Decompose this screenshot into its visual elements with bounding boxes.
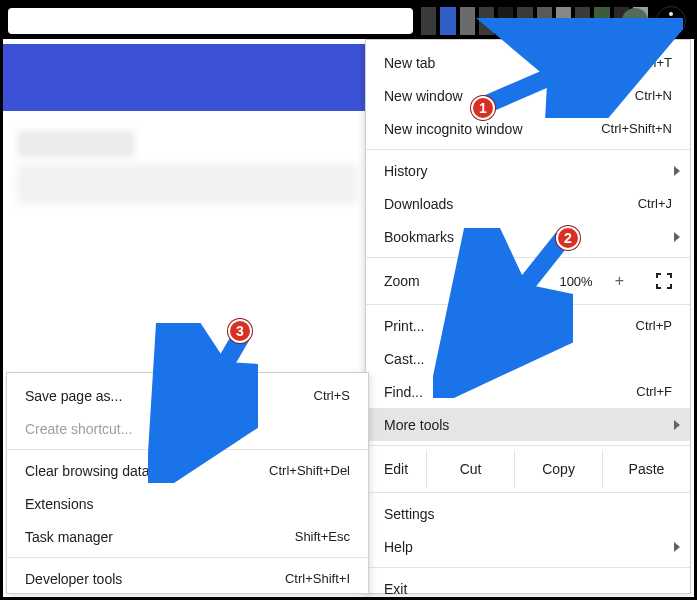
page-header-blur	[3, 44, 368, 111]
menu-label: Create shortcut...	[25, 421, 350, 437]
copy-button[interactable]: Copy	[514, 450, 602, 488]
menu-separator	[366, 257, 690, 258]
menu-label: Extensions	[25, 496, 350, 512]
menu-separator	[366, 149, 690, 150]
menu-shortcut: Ctrl+F	[636, 384, 672, 399]
menu-separator	[366, 445, 690, 446]
menu-shortcut: Ctrl+N	[635, 88, 672, 103]
menu-label: History	[384, 163, 672, 179]
menu-item-edit-row: Edit Cut Copy Paste	[366, 450, 690, 488]
menu-item-settings[interactable]: Settings	[366, 497, 690, 530]
submenu-item-developer-tools[interactable]: Developer tools Ctrl+Shift+I	[7, 562, 368, 595]
edit-label: Edit	[366, 450, 426, 488]
menu-item-exit[interactable]: Exit	[366, 572, 690, 600]
more-tools-submenu: Save page as... Ctrl+S Create shortcut..…	[6, 372, 369, 594]
menu-shortcut: Ctrl+S	[314, 388, 350, 403]
menu-label: Task manager	[25, 529, 295, 545]
chevron-right-icon	[674, 166, 680, 176]
menu-separator	[366, 304, 690, 305]
zoom-out-button[interactable]: −	[524, 272, 541, 290]
page-content-blur-line	[17, 131, 135, 157]
menu-label: Downloads	[384, 196, 638, 212]
menu-shortcut: Shift+Esc	[295, 529, 350, 544]
menu-label: Exit	[384, 581, 672, 597]
menu-item-cast[interactable]: Cast...	[366, 342, 690, 375]
page-content-blur-line	[17, 164, 357, 204]
menu-label: Cast...	[384, 351, 672, 367]
toolbar-extensions-pixelated	[421, 7, 648, 35]
menu-item-find[interactable]: Find... Ctrl+F	[366, 375, 690, 408]
chevron-right-icon	[674, 542, 680, 552]
menu-shortcut: Ctrl+Shift+I	[285, 571, 350, 586]
chevron-right-icon	[674, 420, 680, 430]
cut-button[interactable]: Cut	[426, 450, 514, 488]
menu-shortcut: Ctrl+Shift+Del	[269, 463, 350, 478]
menu-item-downloads[interactable]: Downloads Ctrl+J	[366, 187, 690, 220]
profile-avatar[interactable]	[622, 8, 648, 34]
menu-item-incognito[interactable]: New incognito window Ctrl+Shift+N	[366, 112, 690, 145]
zoom-label: Zoom	[384, 273, 506, 289]
menu-separator	[7, 449, 368, 450]
menu-label: Print...	[384, 318, 636, 334]
screenshot-frame: New tab Ctrl+T New window Ctrl+N New inc…	[0, 0, 697, 600]
menu-label: Developer tools	[25, 571, 285, 587]
menu-item-history[interactable]: History	[366, 154, 690, 187]
submenu-item-save-page[interactable]: Save page as... Ctrl+S	[7, 379, 368, 412]
menu-separator	[366, 567, 690, 568]
browser-toolbar	[3, 3, 694, 39]
kebab-menu-icon[interactable]	[656, 6, 686, 36]
menu-shortcut: Ctrl+T	[636, 55, 672, 70]
menu-label: More tools	[384, 417, 672, 433]
menu-shortcut: Ctrl+P	[636, 318, 672, 333]
menu-item-print[interactable]: Print... Ctrl+P	[366, 309, 690, 342]
chevron-right-icon	[674, 232, 680, 242]
menu-item-new-window[interactable]: New window Ctrl+N	[366, 79, 690, 112]
menu-label: New incognito window	[384, 121, 601, 137]
submenu-item-clear-browsing-data[interactable]: Clear browsing data... Ctrl+Shift+Del	[7, 454, 368, 487]
menu-label: Settings	[384, 506, 672, 522]
menu-label: Bookmarks	[384, 229, 672, 245]
menu-separator	[366, 492, 690, 493]
page-content-blur	[8, 125, 368, 370]
submenu-item-extensions[interactable]: Extensions	[7, 487, 368, 520]
address-bar-blur	[8, 8, 413, 34]
menu-item-more-tools[interactable]: More tools	[366, 408, 690, 441]
paste-button[interactable]: Paste	[602, 450, 690, 488]
fullscreen-icon[interactable]	[656, 273, 672, 289]
menu-shortcut: Ctrl+J	[638, 196, 672, 211]
menu-shortcut: Ctrl+Shift+N	[601, 121, 672, 136]
menu-label: Find...	[384, 384, 636, 400]
menu-label: New tab	[384, 55, 636, 71]
menu-label: Help	[384, 539, 672, 555]
submenu-item-create-shortcut: Create shortcut...	[7, 412, 368, 445]
menu-item-new-tab[interactable]: New tab Ctrl+T	[366, 46, 690, 79]
menu-separator	[7, 557, 368, 558]
submenu-item-task-manager[interactable]: Task manager Shift+Esc	[7, 520, 368, 553]
menu-label: New window	[384, 88, 635, 104]
zoom-value: 100%	[559, 274, 592, 289]
menu-item-bookmarks[interactable]: Bookmarks	[366, 220, 690, 253]
menu-item-zoom: Zoom − 100% +	[366, 262, 690, 300]
main-menu: New tab Ctrl+T New window Ctrl+N New inc…	[365, 39, 691, 594]
menu-label: Clear browsing data...	[25, 463, 269, 479]
menu-item-help[interactable]: Help	[366, 530, 690, 563]
menu-label: Save page as...	[25, 388, 314, 404]
zoom-in-button[interactable]: +	[611, 272, 628, 290]
